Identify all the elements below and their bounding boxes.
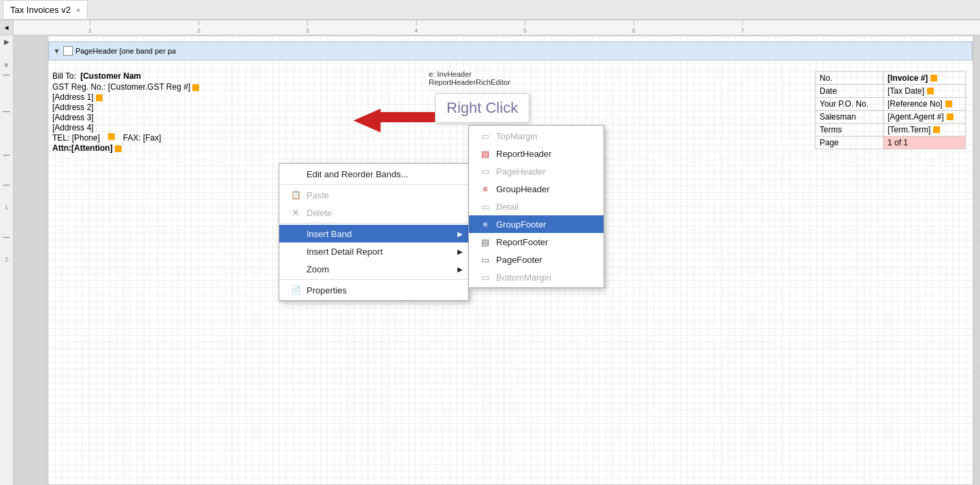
row-terms: Terms [Term.Term] <box>816 124 965 137</box>
menu-item-insert-band[interactable]: Insert Band ▶ <box>279 225 468 242</box>
address3: [Address 3] <box>52 113 94 122</box>
ruler-mark-6: 6 <box>632 20 635 34</box>
bottom-margin-icon: ▭ <box>480 272 491 283</box>
top-margin-label: TopMargin <box>496 131 538 141</box>
label-page: Page <box>816 137 883 149</box>
value-terms: [Term.Term] <box>883 124 965 136</box>
inv-header-area: e: InvHeader ReportHeaderRichEditor <box>429 70 510 86</box>
row-date: Date [Tax Date] <box>816 85 965 98</box>
horizontal-ruler: ◄ 1 2 3 4 5 6 7 <box>0 20 980 35</box>
detail-label: Detail <box>496 202 519 212</box>
report-footer-label: ReportFooter <box>496 237 548 247</box>
inv-header-line1: e: InvHeader <box>429 70 510 78</box>
menu-item-delete: ✕ Delete <box>279 204 468 221</box>
page-footer-icon: ▭ <box>480 254 491 265</box>
menu-item-zoom[interactable]: Zoom ▶ <box>279 260 468 278</box>
report-header-label: ReportHeader <box>496 149 552 159</box>
row-no: No. [Invoice #] <box>816 72 965 85</box>
report-header-icon: ▤ <box>480 148 491 159</box>
main-area: ▶ ≡ — — — — 1 — 2 ▼ PageHeader [one band… <box>0 35 980 485</box>
tab-bar: Tax Invoices v2 × <box>0 0 980 20</box>
zoom-arrow: ▶ <box>457 266 463 273</box>
attn: Attn:[Attention] <box>52 143 113 153</box>
menu-separator-2 <box>279 223 468 223</box>
menu-item-properties[interactable]: 📄 Properties <box>279 281 468 299</box>
properties-icon: 📄 <box>290 285 301 295</box>
ruler-mark-3: 3 <box>306 20 309 34</box>
sidebar-num1-icon: 1 <box>5 204 8 211</box>
insert-band-label: Insert Band <box>307 229 352 239</box>
submenu-bottom-margin: ▭ BottomMargin <box>469 268 603 286</box>
menu-item-edit-bands[interactable]: Edit and Reorder Bands... <box>279 165 468 183</box>
submenu-page-footer[interactable]: ▭ PageFooter <box>469 251 603 268</box>
label-salesman: Salesman <box>816 111 883 123</box>
value-po: [Reference No] <box>883 98 965 110</box>
lock-icon-tel <box>108 133 115 140</box>
insert-band-submenu: ▭ TopMargin ▤ ReportHeader ▭ PageHeader … <box>468 125 604 288</box>
menu-separator-3 <box>279 279 468 280</box>
lock-icon-addr1 <box>96 94 103 101</box>
label-terms: Terms <box>816 124 883 136</box>
lock-icon-po <box>945 101 952 107</box>
lock-icon-salesman <box>947 113 953 120</box>
bill-to-label: Bill To: <box>52 71 76 81</box>
submenu-detail: ▭ Detail <box>469 198 603 215</box>
row-page: Page 1 of 1 <box>816 137 965 149</box>
inv-header-line2: ReportHeaderRichEditor <box>429 78 510 86</box>
page-footer-label: PageFooter <box>496 255 542 265</box>
address1: [Address 1] <box>52 92 94 102</box>
tel-fax-row: TEL: [Phone] FAX: [Fax] <box>52 133 199 143</box>
properties-label: Properties <box>307 285 347 295</box>
bottom-margin-label: BottomMargin <box>496 272 551 283</box>
sidebar-dash2-icon: — <box>3 151 10 158</box>
address2-row: [Address 2] <box>52 103 199 112</box>
zoom-icon <box>290 264 301 274</box>
edit-bands-label: Edit and Reorder Bands... <box>307 169 408 179</box>
tab-tax-invoices[interactable]: Tax Invoices v2 × <box>3 0 88 19</box>
context-menu: Edit and Reorder Bands... 📋 Paste ✕ Dele… <box>279 163 469 301</box>
sidebar-dash4-icon: — <box>3 233 10 240</box>
submenu-report-header[interactable]: ▤ ReportHeader <box>469 145 603 162</box>
ruler-collapse-button[interactable]: ◄ <box>0 20 14 35</box>
page-header-icon: ▭ <box>480 166 491 177</box>
insert-band-arrow: ▶ <box>457 230 463 238</box>
submenu-top-margin: ▭ TopMargin <box>469 127 603 145</box>
delete-icon: ✕ <box>290 207 301 218</box>
value-date: [Tax Date] <box>883 85 965 97</box>
page-header-label: PageHeader <box>496 166 546 177</box>
address4: [Address 4] <box>52 123 94 132</box>
submenu-report-footer[interactable]: ▤ ReportFooter <box>469 233 603 251</box>
svg-marker-1 <box>353 109 435 132</box>
page-header-band: ▼ PageHeader [one band per pa <box>48 41 973 60</box>
insert-detail-arrow: ▶ <box>457 248 463 255</box>
sidebar-num2-icon: 2 <box>5 256 8 263</box>
row-po: Your P.O. No. [Reference No] <box>816 98 965 111</box>
ruler-mark-1: 1 <box>88 20 92 34</box>
insert-detail-label: Insert Detail Report <box>307 247 383 257</box>
zoom-label: Zoom <box>307 264 329 274</box>
sidebar-line-icon: — <box>3 71 10 78</box>
delete-label: Delete <box>307 208 332 218</box>
tab-close-button[interactable]: × <box>76 6 80 14</box>
paste-label: Paste <box>307 190 329 200</box>
value-page: 1 of 1 <box>883 137 965 149</box>
vertical-ruler: ▶ ≡ — — — — 1 — 2 <box>0 35 14 485</box>
sidebar-expand-icon[interactable]: ▶ <box>4 38 10 46</box>
customer-name: [Customer Nam <box>80 71 141 81</box>
band-collapse-icon[interactable] <box>63 46 73 56</box>
edit-bands-icon <box>290 168 301 179</box>
submenu-group-footer[interactable]: ≡ GroupFooter <box>469 215 603 233</box>
lock-icon-no <box>930 75 937 82</box>
submenu-group-header[interactable]: ≡ GroupHeader <box>469 180 603 198</box>
band-label: PageHeader [one band per pa <box>75 47 176 55</box>
detail-icon: ▭ <box>480 201 491 212</box>
menu-item-insert-detail[interactable]: Insert Detail Report ▶ <box>279 242 468 260</box>
sidebar-dash3-icon: — <box>3 181 10 188</box>
group-header-label: GroupHeader <box>496 184 550 194</box>
ruler-marks-area: 1 2 3 4 5 6 7 <box>14 20 980 35</box>
red-arrow-indicator <box>347 102 462 145</box>
lock-icon-gst <box>192 84 199 91</box>
value-salesman: [Agent.Agent #] <box>883 111 965 123</box>
design-canvas-area: ▼ PageHeader [one band per pa e: InvHead… <box>14 35 980 485</box>
menu-item-paste: 📋 Paste <box>279 186 468 204</box>
